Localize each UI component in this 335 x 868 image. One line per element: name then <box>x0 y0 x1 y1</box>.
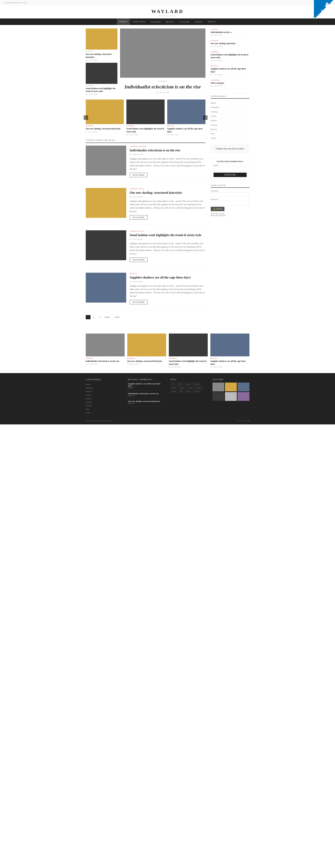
category-link[interactable]: Celebrities <box>211 106 219 108</box>
category-item[interactable]: Beauty <box>211 101 249 105</box>
category-item[interactable]: Lifestyle <box>211 123 249 127</box>
gallery-thumb-1[interactable] <box>213 382 224 391</box>
comment-article-title[interactable]: Sapphire shadows are all the rage these … <box>128 382 165 387</box>
footer-cat-link[interactable]: Clothing <box>86 391 92 393</box>
pagination-2[interactable]: 2 <box>91 315 96 319</box>
category-link[interactable]: Clothing <box>211 111 218 113</box>
nav-beauty[interactable]: BEAUTY <box>163 19 177 25</box>
footer-cat-item[interactable]: Videos <box>86 411 123 414</box>
sidebar-article-5[interactable]: CLOTHING Silver and grey By - Dec 29, 20… <box>211 79 249 89</box>
category-link[interactable]: Runway <box>211 128 217 130</box>
comment-article-title[interactable]: Our new darling: structured hairstyles <box>128 400 165 402</box>
carousel-item-3[interactable]: BEAUTY Sapphire shadows are all the rage… <box>167 99 205 135</box>
category-link[interactable]: Videos <box>211 137 216 139</box>
blog-read-more-3[interactable]: READ MORE <box>130 257 148 262</box>
site-title[interactable]: WAYLARD <box>0 9 335 14</box>
sidebar-article-2[interactable]: RUNWAY Our new darling: hairstyles By - … <box>211 40 249 49</box>
footer-cat-item[interactable]: Fashion <box>86 397 123 400</box>
tag-lukson[interactable]: lukson <box>170 390 177 393</box>
nav-gallery[interactable]: GALLERY <box>148 19 163 25</box>
bottom-article-1[interactable]: FASHION Individualist eclecticism is on … <box>86 334 124 368</box>
tag-celebrities[interactable]: celebrities <box>192 382 201 385</box>
featured-left-article-1[interactable]: RUNWAY Our new darling: structured hairs… <box>86 29 117 61</box>
footer-cat-link[interactable]: Celebrities <box>86 387 93 389</box>
blog-item-image-4[interactable] <box>86 273 126 304</box>
create-account-link[interactable]: Create new account <box>211 213 249 215</box>
carousel-item-1[interactable]: RUNWAY Our new darling: structured hairs… <box>86 99 124 135</box>
blog-item-image-1[interactable] <box>86 146 126 177</box>
login-button[interactable]: 🔒 LOG IN <box>211 207 225 211</box>
tag-off[interactable]: OFF <box>178 390 184 393</box>
footer-social-gplus[interactable]: G+ <box>238 420 240 422</box>
tag-fashion2[interactable]: fashion <box>187 386 194 389</box>
category-link[interactable]: Fashion <box>211 119 217 122</box>
blog-title[interactable]: Individualist eclecticism is on the rise <box>130 148 205 153</box>
category-link[interactable]: Lifestyle <box>211 124 218 126</box>
category-item[interactable]: Celebrities <box>211 105 249 110</box>
footer-cat-item[interactable]: Lifestyle <box>86 400 123 404</box>
tag-2017[interactable]: 2017 <box>177 382 183 385</box>
footer-cat-link[interactable]: Beauty <box>86 383 91 385</box>
footer-social-facebook[interactable]: f <box>241 420 242 422</box>
footer-cat-item[interactable]: Runway <box>86 404 123 407</box>
category-link[interactable]: Style <box>211 132 215 135</box>
comment-article-title[interactable]: Individualist eclecticism is on the rise <box>128 393 165 395</box>
tag-beauty[interactable]: beauty <box>184 382 191 385</box>
subscribe-button[interactable]: SUBSCRIBE <box>214 173 247 177</box>
blog-read-more-2[interactable]: READ MORE <box>130 215 148 220</box>
pagination-last[interactable]: LAST <box>113 315 121 319</box>
footer-cat-link[interactable]: Culture <box>86 394 91 396</box>
featured-left-article-2[interactable]: FASHION Seoul fashion week highlights th… <box>86 63 117 95</box>
sidebar-article-4[interactable]: BEAUTY Sapphire shadows are all the rage… <box>211 65 249 78</box>
footer-cat-link[interactable]: Lifestyle <box>86 401 92 403</box>
nav-more[interactable]: MORE ▾ <box>205 19 218 25</box>
category-item[interactable]: Videos <box>211 136 249 140</box>
footer-cat-item[interactable]: Clothing <box>86 390 123 393</box>
tag-fashion1[interactable]: fashion <box>178 386 186 389</box>
category-item[interactable]: Style <box>211 131 249 136</box>
blog-title[interactable]: Seoul fashion week highlights the trend … <box>130 233 205 237</box>
username-input[interactable] <box>211 192 249 197</box>
gallery-thumb-5[interactable] <box>225 392 237 401</box>
footer-cat-link[interactable]: Fashion <box>86 398 91 399</box>
category-link[interactable]: Culture <box>211 115 217 117</box>
sidebar-article-3[interactable]: FASHION Seoul fashion week highlights th… <box>211 51 249 63</box>
bottom-article-4[interactable]: BEAUTY Sapphire shadows are all the rage… <box>211 334 249 368</box>
bottom-article-3[interactable]: FASHION Seoul fashion week highlights th… <box>169 334 208 368</box>
footer-cat-link[interactable]: Style <box>86 408 89 410</box>
gallery-thumb-6[interactable] <box>238 392 249 401</box>
email-input[interactable] <box>214 167 247 171</box>
nav-culture[interactable]: CULTURE <box>177 19 192 25</box>
nav-about[interactable]: ABOUT ME ▾ <box>130 19 148 25</box>
category-item[interactable]: Culture <box>211 114 249 118</box>
tag-fashion3[interactable]: fashion <box>185 390 192 393</box>
pagination-next[interactable]: NEXT <box>103 315 112 319</box>
nav-videos[interactable]: VIDEOS <box>192 19 205 25</box>
gallery-thumb-2[interactable] <box>225 382 237 391</box>
nav-home[interactable]: HOME ▾ <box>117 19 130 25</box>
footer-cat-item[interactable]: Style <box>86 407 123 411</box>
carousel-item-2[interactable]: FASHION Seoul fashion week highlights th… <box>127 99 165 135</box>
tag-waylard[interactable]: Waylard <box>193 390 201 393</box>
category-item[interactable]: Runway <box>211 127 249 131</box>
category-item[interactable]: Fashion <box>211 118 249 123</box>
gallery-thumb-4[interactable] <box>213 392 224 401</box>
reset-password-link[interactable]: Reset your password <box>211 215 249 216</box>
gallery-thumb-3[interactable] <box>238 382 249 391</box>
blog-read-more-4[interactable]: READ MORE <box>130 300 148 304</box>
footer-social-twitter[interactable]: t <box>243 420 244 422</box>
tag-2016[interactable]: 2016 <box>170 382 176 385</box>
blog-title[interactable]: Our new darling: structured hairstyles <box>130 191 205 195</box>
category-link[interactable]: Beauty <box>211 102 216 104</box>
footer-cat-item[interactable]: Celebrities <box>86 386 123 390</box>
blog-item-image-3[interactable] <box>86 230 126 262</box>
carousel-next-button[interactable]: › <box>203 115 207 120</box>
pagination-3[interactable]: 3 <box>97 315 102 319</box>
footer-social-heart[interactable]: ♥ <box>248 420 249 422</box>
blog-item-image-2[interactable] <box>86 188 126 220</box>
footer-cat-link[interactable]: Videos <box>86 411 91 413</box>
password-input[interactable] <box>211 201 249 205</box>
footer-cat-link[interactable]: Runway <box>86 405 91 406</box>
tag-clothes[interactable]: clothes <box>170 386 178 389</box>
tag-lifestyle[interactable]: lifestyle <box>195 386 203 389</box>
